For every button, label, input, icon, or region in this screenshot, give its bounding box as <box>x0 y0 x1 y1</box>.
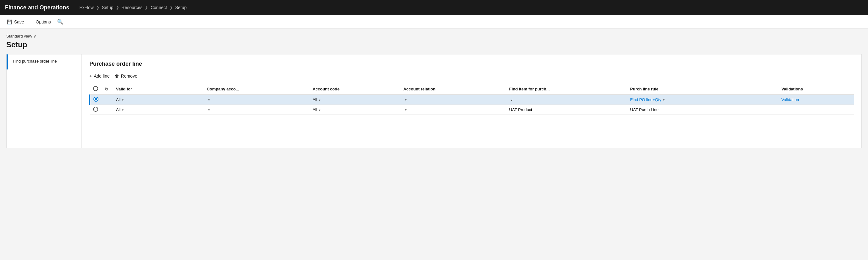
th-account-code-label: Account code <box>313 87 340 91</box>
row-1-purch-line-rule[interactable]: UAT Purch Line <box>627 105 778 115</box>
remove-button[interactable]: 🗑 Remove <box>115 72 137 80</box>
th-account-code: Account code <box>309 83 400 95</box>
breadcrumb-item-3[interactable]: Connect <box>151 5 167 10</box>
refresh-icon[interactable]: ↻ <box>105 87 108 92</box>
view-selector-label: Standard view <box>6 34 32 38</box>
th-company-label: Company acco... <box>207 87 239 91</box>
save-label: Save <box>14 20 24 25</box>
search-button[interactable]: 🔍 <box>55 17 65 27</box>
th-radio <box>90 83 102 95</box>
toolbar: 💾 Save Options 🔍 <box>0 15 868 29</box>
th-company-account: Company acco... <box>204 83 309 95</box>
breadcrumb-item-4[interactable]: Setup <box>175 5 187 10</box>
toolbar-separator <box>30 18 30 26</box>
row-0-validations[interactable]: Validation <box>778 95 854 105</box>
sidebar-item-label: Find purchase order line <box>8 54 82 70</box>
setup-container: Find purchase order line Purchase order … <box>6 54 862 148</box>
breadcrumb-sep-1: ❯ <box>116 5 119 10</box>
th-valid-for-label: Valid for <box>116 87 132 91</box>
row-0-company-account[interactable]: ∨ <box>204 95 309 105</box>
row-1-empty-cell <box>101 105 113 115</box>
row-0-account-code[interactable]: All∨ <box>309 95 400 105</box>
trash-icon: 🗑 <box>115 74 119 78</box>
add-line-label: Add line <box>94 74 110 78</box>
sidebar-item-find-po-line[interactable]: Find purchase order line <box>7 54 82 70</box>
page-title: Setup <box>6 40 862 49</box>
row-1-radio[interactable] <box>93 107 98 112</box>
table-row: All∨∨All∨∨UAT ProductUAT Purch Line <box>90 105 854 115</box>
page-content: Standard view ∨ Setup Find purchase orde… <box>0 29 868 260</box>
th-valid-for: Valid for <box>113 83 204 95</box>
row-0-empty-cell <box>101 95 113 105</box>
th-purch-line-label: Purch line rule <box>630 87 658 91</box>
breadcrumb-sep-3: ❯ <box>169 5 173 10</box>
breadcrumb-item-2[interactable]: Resources <box>122 5 143 10</box>
row-1-find-item[interactable]: UAT Product <box>506 105 627 115</box>
th-account-relation-label: Account relation <box>403 87 436 91</box>
th-validations-label: Validations <box>781 87 803 91</box>
data-table: ↻ Valid for Company acco... Account code <box>89 83 854 115</box>
row-1-validations[interactable] <box>778 105 854 115</box>
table-row: All∨∨All∨∨∨Find PO line+Qty∨Validation <box>90 95 854 105</box>
save-button[interactable]: 💾 Save <box>4 17 27 26</box>
breadcrumb-item-1[interactable]: Setup <box>102 5 114 10</box>
breadcrumb-sep-2: ❯ <box>145 5 148 10</box>
th-refresh: ↻ <box>101 83 113 95</box>
row-0-valid-for[interactable]: All∨ <box>113 95 204 105</box>
table-header-row: ↻ Valid for Company acco... Account code <box>90 83 854 95</box>
row-1-valid-for[interactable]: All∨ <box>113 105 204 115</box>
breadcrumb-sep-0: ❯ <box>96 5 99 10</box>
action-bar: + Add line 🗑 Remove <box>89 72 854 80</box>
th-find-item: Find item for purch... <box>506 83 627 95</box>
row-0-find-item[interactable]: ∨ <box>506 95 627 105</box>
row-0-account-relation[interactable]: ∨ <box>400 95 506 105</box>
row-1-company-account[interactable]: ∨ <box>204 105 309 115</box>
add-line-button[interactable]: + Add line <box>89 72 110 80</box>
breadcrumb-item-0[interactable]: ExFlow <box>79 5 94 10</box>
app-title: Finance and Operations <box>5 4 69 11</box>
row-0-radio[interactable] <box>93 97 98 102</box>
header-radio[interactable] <box>93 86 98 91</box>
setup-main: Purchase order line + Add line 🗑 Remove <box>82 54 861 148</box>
breadcrumb: ExFlow ❯ Setup ❯ Resources ❯ Connect ❯ S… <box>79 5 187 10</box>
row-1-radio-cell <box>90 105 102 115</box>
th-account-relation: Account relation <box>400 83 506 95</box>
view-chevron-icon: ∨ <box>33 34 36 38</box>
row-1-account-code[interactable]: All∨ <box>309 105 400 115</box>
options-label: Options <box>36 20 51 25</box>
setup-sidebar: Find purchase order line <box>7 54 82 148</box>
add-icon: + <box>89 74 92 78</box>
remove-label: Remove <box>121 74 137 78</box>
th-find-item-label: Find item for purch... <box>509 87 550 91</box>
view-selector[interactable]: Standard view ∨ <box>6 34 862 38</box>
topbar: Finance and Operations ExFlow ❯ Setup ❯ … <box>0 0 868 15</box>
row-0-purch-line-rule[interactable]: Find PO line+Qty∨ <box>627 95 778 105</box>
th-purch-line-rule: Purch line rule <box>627 83 778 95</box>
row-0-radio-cell <box>90 95 102 105</box>
section-title: Purchase order line <box>89 61 854 67</box>
search-icon: 🔍 <box>57 19 63 25</box>
save-icon: 💾 <box>7 20 12 25</box>
th-validations: Validations <box>778 83 854 95</box>
row-1-account-relation[interactable]: ∨ <box>400 105 506 115</box>
options-button[interactable]: Options <box>33 17 54 26</box>
